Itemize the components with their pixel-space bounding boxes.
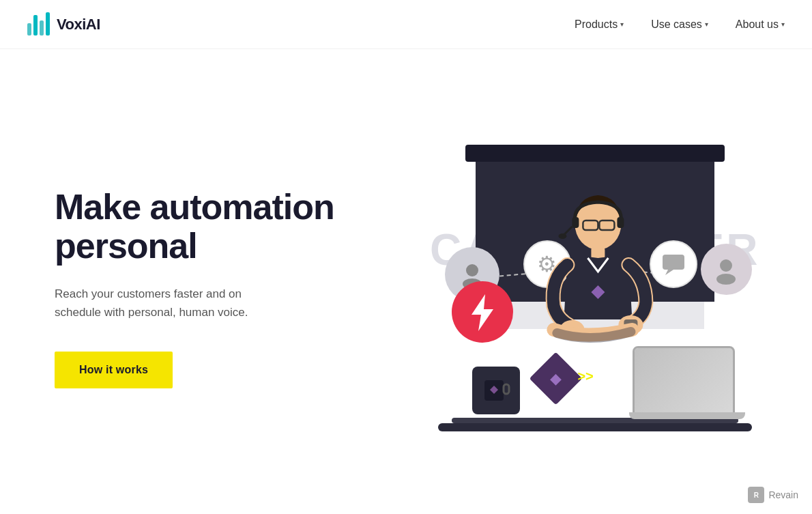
revain-badge: R Revain [748, 487, 798, 503]
svg-point-0 [466, 264, 478, 276]
hero-section: Make automation personal Reach your cust… [0, 49, 812, 513]
logo[interactable]: VoxiAI [27, 14, 100, 35]
navbar: VoxiAI Products ▾ Use cases ▾ About us ▾ [0, 0, 812, 49]
svg-point-17 [558, 233, 566, 239]
svg-rect-15 [617, 217, 624, 228]
logo-text: VoxiAI [57, 16, 100, 33]
backdrop-top [465, 145, 725, 162]
svg-line-16 [564, 227, 572, 235]
revain-icon: R [748, 487, 764, 503]
svg-point-4 [720, 259, 732, 272]
svg-text:>>: >> [577, 369, 593, 384]
logo-icon [27, 14, 50, 35]
hero-title: Make automation personal [55, 188, 383, 266]
products-chevron-icon: ▾ [620, 20, 624, 28]
hero-content: Make automation personal Reach your cust… [55, 188, 383, 389]
hero-subtitle: Reach your customers faster and on sched… [55, 285, 287, 322]
mug-icon [472, 367, 520, 414]
about-us-chevron-icon: ▾ [781, 20, 785, 28]
nav-item-use-cases[interactable]: Use cases ▾ [651, 18, 708, 31]
use-cases-chevron-icon: ▾ [705, 20, 708, 28]
svg-rect-14 [572, 217, 579, 228]
cta-button[interactable]: How it works [55, 352, 173, 388]
user-right-icon [701, 244, 752, 295]
lightning-icon [452, 281, 513, 343]
illustration-wrap: CALL CENTER ⚙ [418, 124, 772, 452]
nav-links: Products ▾ Use cases ▾ About us ▾ [575, 18, 785, 31]
hero-illustration: CALL CENTER ⚙ [405, 111, 785, 466]
revain-label: Revain [768, 489, 798, 500]
person-illustration: >> [523, 183, 673, 418]
desk-platform [438, 423, 752, 431]
svg-point-5 [716, 274, 736, 285]
svg-marker-6 [472, 294, 493, 331]
nav-item-products[interactable]: Products ▾ [575, 18, 624, 31]
svg-rect-8 [504, 384, 509, 394]
nav-item-about-us[interactable]: About us ▾ [736, 18, 785, 31]
